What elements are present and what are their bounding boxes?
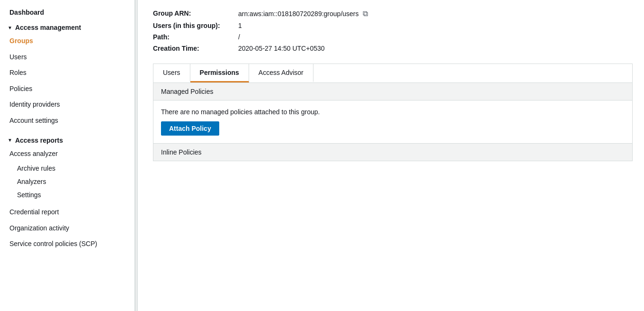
- managed-policies-panel: Managed Policies There are no managed po…: [153, 83, 632, 144]
- group-arn-label: Group ARN:: [153, 9, 238, 17]
- sidebar-section-access-management[interactable]: ▼ Access management: [0, 20, 134, 33]
- access-management-label: Access management: [15, 24, 81, 31]
- group-arn-value: arn:aws:iam::018180720289:group/users ⧉: [238, 9, 368, 18]
- creation-time-value: 2020-05-27 14:50 UTC+0530: [238, 45, 325, 52]
- sidebar-item-organization-activity[interactable]: Organization activity: [0, 220, 134, 237]
- sidebar-item-roles[interactable]: Roles: [0, 65, 134, 81]
- arrow-icon-reports: ▼: [8, 137, 12, 143]
- tabs-header: Users Permissions Access Advisor: [153, 64, 632, 83]
- inline-policies-header: Inline Policies: [153, 144, 632, 161]
- group-details: Group ARN: arn:aws:iam::018180720289:gro…: [153, 8, 633, 54]
- path-value: /: [238, 33, 240, 41]
- sidebar-item-service-control-policies[interactable]: Service control policies (SCP): [0, 236, 134, 252]
- path-row: Path: /: [153, 31, 633, 43]
- tab-access-advisor[interactable]: Access Advisor: [249, 64, 313, 82]
- sidebar-item-dashboard[interactable]: Dashboard: [0, 5, 134, 20]
- sidebar-item-settings[interactable]: Settings: [0, 188, 134, 201]
- main-content: Group ARN: arn:aws:iam::018180720289:gro…: [138, 0, 644, 311]
- tab-content-permissions: Managed Policies There are no managed po…: [153, 83, 632, 161]
- arrow-icon: ▼: [8, 25, 12, 30]
- inline-policies-panel: Inline Policies: [153, 144, 632, 161]
- sidebar-item-users[interactable]: Users: [0, 49, 134, 65]
- users-row: Users (in this group): 1: [153, 20, 633, 31]
- path-label: Path:: [153, 33, 238, 41]
- sidebar: Dashboard ▼ Access management Groups Use…: [0, 0, 135, 311]
- sidebar-item-access-analyzer[interactable]: Access analyzer: [0, 146, 134, 162]
- creation-time-row: Creation Time: 2020-05-27 14:50 UTC+0530: [153, 43, 633, 54]
- tab-permissions[interactable]: Permissions: [190, 64, 249, 82]
- no-managed-policies-text: There are no managed policies attached t…: [161, 108, 625, 116]
- attach-policy-button[interactable]: Attach Policy: [161, 121, 219, 136]
- tab-users[interactable]: Users: [153, 64, 190, 82]
- copy-arn-icon[interactable]: ⧉: [363, 9, 368, 18]
- sidebar-item-analyzers[interactable]: Analyzers: [0, 175, 134, 188]
- managed-policies-body: There are no managed policies attached t…: [153, 101, 632, 143]
- tabs-container: Users Permissions Access Advisor Managed…: [153, 64, 633, 161]
- sidebar-item-credential-report[interactable]: Credential report: [0, 204, 134, 220]
- access-reports-label: Access reports: [15, 137, 63, 144]
- sidebar-section-access-reports[interactable]: ▼ Access reports: [0, 133, 134, 146]
- managed-policies-header: Managed Policies: [153, 83, 632, 101]
- sidebar-item-identity-providers[interactable]: Identity providers: [0, 97, 134, 113]
- group-arn-row: Group ARN: arn:aws:iam::018180720289:gro…: [153, 8, 633, 20]
- group-arn-text: arn:aws:iam::018180720289:group/users: [238, 10, 359, 18]
- sidebar-item-account-settings[interactable]: Account settings: [0, 113, 134, 129]
- sidebar-item-archive-rules[interactable]: Archive rules: [0, 162, 134, 175]
- creation-time-label: Creation Time:: [153, 45, 238, 52]
- sidebar-item-policies[interactable]: Policies: [0, 81, 134, 97]
- users-value: 1: [238, 22, 242, 29]
- users-label: Users (in this group):: [153, 22, 238, 29]
- sidebar-item-groups[interactable]: Groups: [0, 33, 134, 49]
